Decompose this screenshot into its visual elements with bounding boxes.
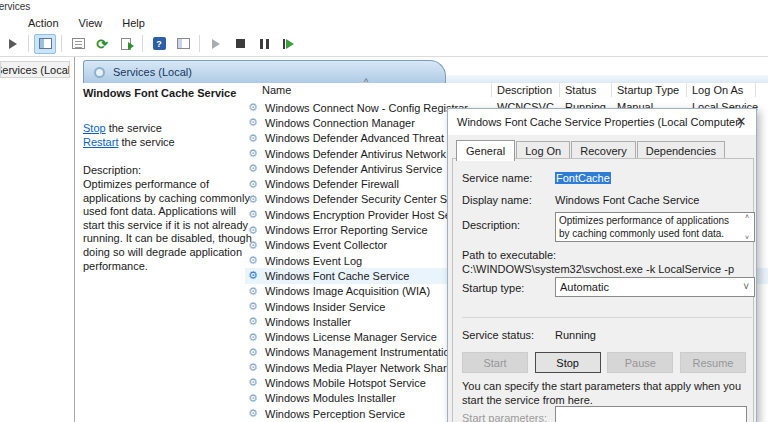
description-scrollbar[interactable]: ˄ ˅ bbox=[741, 213, 753, 241]
pause-button[interactable]: Pause bbox=[607, 352, 673, 373]
start-parameters-input[interactable] bbox=[555, 406, 747, 422]
services-window: Services Action View Help ⟳ ? bbox=[0, 0, 768, 422]
service-description: Optimizes performance of applications by… bbox=[83, 178, 253, 273]
stop-link-suffix: the service bbox=[106, 122, 162, 134]
toolbar-separator bbox=[28, 35, 29, 52]
service-status-value: Running bbox=[555, 329, 596, 341]
services-header-tab: Services (Local) bbox=[83, 60, 446, 83]
description-label: Description: bbox=[83, 164, 255, 176]
gear-icon: ⚙ bbox=[248, 393, 262, 404]
gear-icon: ⚙ bbox=[248, 194, 262, 205]
properties-icon bbox=[72, 38, 85, 49]
export-list-button[interactable] bbox=[115, 34, 137, 54]
toolbar-separator bbox=[142, 35, 143, 52]
list-header-row: Name ^ Description Status Startup Type L… bbox=[245, 81, 768, 100]
resume-button[interactable]: Resume bbox=[680, 352, 746, 373]
gear-icon: ⚙ bbox=[248, 102, 262, 113]
gear-icon: ⚙ bbox=[248, 133, 262, 144]
scroll-down-icon[interactable]: ˅ bbox=[745, 234, 749, 241]
restart-service-button[interactable] bbox=[277, 34, 299, 54]
show-description-button[interactable] bbox=[172, 34, 194, 54]
gear-icon: ⚙ bbox=[248, 301, 262, 312]
dialog-title-bar[interactable]: Windows Font Cache Service Properties (L… bbox=[448, 109, 756, 135]
service-info-panel: Windows Font Cache Service Stop the serv… bbox=[83, 85, 255, 273]
help-icon: ? bbox=[153, 37, 166, 50]
chevron-down-icon: ˅ bbox=[743, 281, 749, 292]
gear-icon: ⚙ bbox=[248, 240, 262, 251]
column-separator[interactable] bbox=[559, 83, 560, 97]
help-button[interactable]: ? bbox=[148, 34, 170, 54]
close-icon[interactable]: ✕ bbox=[730, 111, 752, 132]
gear-icon: ⚙ bbox=[248, 332, 262, 343]
forward-icon bbox=[9, 39, 17, 49]
forward-button[interactable] bbox=[1, 34, 23, 54]
service-name-label: Service name: bbox=[462, 172, 532, 184]
divider bbox=[462, 317, 752, 318]
column-header-startup-type[interactable]: Startup Type bbox=[617, 84, 679, 96]
properties-button[interactable] bbox=[67, 34, 89, 54]
display-name-label: Display name: bbox=[462, 194, 532, 206]
gear-icon: ⚙ bbox=[248, 362, 262, 373]
gear-icon: ⚙ bbox=[248, 408, 262, 419]
pause-service-button[interactable] bbox=[253, 34, 275, 54]
description-pane-icon bbox=[177, 38, 190, 49]
start-service-icon bbox=[212, 39, 220, 49]
restart-service-icon bbox=[283, 39, 294, 49]
services-header-icon bbox=[94, 67, 105, 78]
column-separator[interactable] bbox=[686, 83, 687, 97]
gear-icon: ⚙ bbox=[248, 255, 262, 266]
service-name-value[interactable]: FontCache bbox=[555, 172, 611, 184]
restart-link-suffix: the service bbox=[118, 136, 174, 148]
console-tree-pane: Services (Local) bbox=[0, 57, 75, 422]
dialog-tabs: General Log On Recovery Dependencies bbox=[456, 139, 726, 160]
window-title: Services bbox=[0, 0, 40, 13]
column-header-name[interactable]: Name bbox=[262, 84, 291, 96]
gear-icon: ⚙ bbox=[248, 347, 262, 358]
console-tree-icon bbox=[39, 38, 52, 49]
gear-icon: ⚙ bbox=[248, 209, 262, 220]
restart-service-link[interactable]: Restart bbox=[83, 136, 118, 148]
tab-general[interactable]: General bbox=[456, 140, 515, 161]
service-control-buttons: Start Stop Pause Resume bbox=[462, 352, 746, 373]
menu-help[interactable]: Help bbox=[112, 16, 155, 30]
selected-service-title: Windows Font Cache Service bbox=[83, 87, 255, 99]
description-textbox[interactable]: Optimizes performance of applications by… bbox=[555, 212, 755, 242]
column-header-status[interactable]: Status bbox=[565, 84, 596, 96]
display-name-value[interactable]: Windows Font Cache Service bbox=[555, 194, 699, 206]
stop-button[interactable]: Stop bbox=[535, 352, 601, 373]
gear-icon: ⚙ bbox=[248, 117, 262, 128]
menu-view[interactable]: View bbox=[69, 16, 113, 30]
tree-node-services-local[interactable]: Services (Local) bbox=[0, 61, 70, 78]
start-service-button[interactable] bbox=[205, 34, 227, 54]
startup-type-select[interactable]: Automatic ˅ bbox=[555, 277, 755, 297]
service-action-links: Stop the service Restart the service bbox=[83, 121, 255, 149]
menu-action[interactable]: Action bbox=[18, 16, 69, 30]
column-separator[interactable] bbox=[611, 83, 612, 97]
scroll-up-icon[interactable]: ˄ bbox=[745, 213, 749, 220]
gear-icon: ⚙ bbox=[248, 225, 262, 236]
column-separator[interactable] bbox=[755, 83, 756, 97]
stop-service-link[interactable]: Stop bbox=[83, 122, 106, 134]
gear-icon: ⚙ bbox=[248, 316, 262, 327]
start-parameters-hint: You can specify the start parameters tha… bbox=[462, 380, 754, 407]
stop-service-button[interactable] bbox=[229, 34, 251, 54]
column-separator[interactable] bbox=[491, 83, 492, 97]
properties-dialog: Windows Font Cache Service Properties (L… bbox=[447, 108, 757, 422]
gear-icon: ⚙ bbox=[248, 377, 262, 388]
dialog-title: Windows Font Cache Service Properties (L… bbox=[457, 116, 743, 128]
column-header-log-on-as[interactable]: Log On As bbox=[692, 84, 743, 96]
startup-type-label: Startup type: bbox=[462, 282, 524, 294]
start-parameters-label: Start parameters: bbox=[462, 412, 547, 422]
refresh-button[interactable]: ⟳ bbox=[91, 34, 113, 54]
gear-icon: ⚙ bbox=[248, 148, 262, 159]
console-tree-toggle-button[interactable] bbox=[34, 34, 56, 54]
refresh-icon: ⟳ bbox=[96, 37, 108, 51]
menu-bar: Action View Help bbox=[0, 14, 768, 31]
general-tab-page: Service name: FontCache Display name: Wi… bbox=[452, 158, 754, 422]
start-button[interactable]: Start bbox=[462, 352, 528, 373]
dialog-description-label: Description: bbox=[462, 219, 520, 231]
path-to-executable-label: Path to executable: bbox=[462, 249, 556, 261]
gear-icon: ⚙ bbox=[248, 270, 262, 281]
stop-service-icon bbox=[236, 39, 245, 48]
column-header-description[interactable]: Description bbox=[497, 84, 552, 96]
